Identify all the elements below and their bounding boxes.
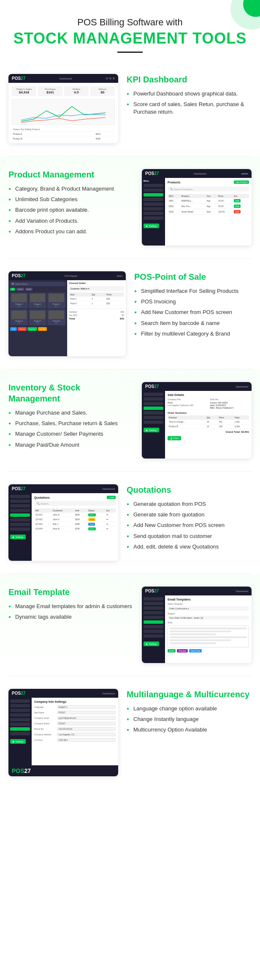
send-test-btn[interactable]: Send Test xyxy=(189,649,202,652)
company-input[interactable]: POS27 xyxy=(57,722,116,725)
order-row: Time to change... 15 451 1,261 xyxy=(168,420,249,424)
brand-footer: POS27 xyxy=(8,765,118,776)
mock-logo: POS27 xyxy=(12,691,25,696)
customer-select[interactable]: Customer: Walk-in ▾ xyxy=(69,286,125,291)
company-info: Company Info PIGO Los Angeles California… xyxy=(168,398,207,409)
pos-product[interactable]: Product 2 $15 xyxy=(29,292,46,308)
category-drink[interactable]: Drink xyxy=(25,288,32,291)
search-placeholder: 🔍 Search items... xyxy=(12,283,29,285)
cell-cat: Elec xyxy=(206,209,217,215)
email-actions: Save Preview Send Test xyxy=(168,649,249,652)
quotations-layout: ▶ Selling Quotations + Add 🔍 Search... R… xyxy=(8,493,118,561)
email-template-dropdown[interactable]: Order Confirmation ▾ xyxy=(168,606,249,611)
setting-language: Language English ▾ xyxy=(34,705,116,709)
mock-nav xyxy=(106,77,115,79)
cell-action: Edit xyxy=(233,204,249,209)
col-item: Item xyxy=(69,292,91,297)
sidebar-item xyxy=(144,616,163,619)
print-btn[interactable]: 🖨 Print xyxy=(168,436,181,440)
pos-product[interactable]: Product 1 $10 xyxy=(10,292,28,308)
col-qty: Qty xyxy=(206,415,218,420)
tax-row: Tax (5%) $2 xyxy=(69,314,125,317)
edit-btn[interactable]: Edit xyxy=(234,210,241,213)
sidebar-item xyxy=(144,397,163,401)
hold-btn[interactable]: Hold xyxy=(10,327,17,331)
quot-search[interactable]: 🔍 Search... xyxy=(34,501,116,506)
appname-input[interactable]: POS27 xyxy=(57,711,116,714)
pos-product[interactable]: Product 5 $12 xyxy=(29,309,46,325)
invoice-btn[interactable]: Invoice xyxy=(38,327,47,331)
kpi-mini-table: Today's Top Selling Products Product A $… xyxy=(12,127,115,140)
amount-cell: $180 xyxy=(74,522,87,527)
category-food[interactable]: Food xyxy=(16,288,24,291)
body-line xyxy=(170,631,231,632)
mock-header: POS27 Dashboard xyxy=(8,74,118,83)
mock-dashboard-label: Dashboard xyxy=(236,385,248,388)
email-body[interactable] xyxy=(168,625,249,647)
kpi-mock-screenshot: POS27 Dashboard Today's Sales $4,918 Pur… xyxy=(8,74,118,143)
order-summary-heading: Order Summary xyxy=(168,412,249,414)
sidebar-item xyxy=(144,202,163,206)
sidebar-item xyxy=(10,704,30,707)
pos-product[interactable]: Product 6 $18 xyxy=(47,309,65,325)
edit-btn[interactable]: Edit xyxy=(234,205,241,208)
inventory-feature-text: Inventory & Stock Management Manage Purc… xyxy=(8,382,133,452)
amount-cell: $450 xyxy=(74,513,87,517)
lang-input[interactable]: English ▾ xyxy=(57,705,116,709)
quotations-feature-title: Quotations xyxy=(127,484,252,495)
sidebar-item xyxy=(144,198,163,201)
email-templates-heading: Email Templates xyxy=(168,598,249,601)
cancel-btn[interactable]: Cancel xyxy=(18,327,26,331)
body-line xyxy=(170,633,216,635)
email-input[interactable]: pos27@gmail.com xyxy=(57,716,116,720)
save-template-btn[interactable]: Save xyxy=(168,649,176,652)
table-row: 0001 BABRIELL... App 15.00 Edit xyxy=(168,198,249,204)
sidebar-item xyxy=(144,402,163,405)
kpi-value: $4,918 xyxy=(14,90,35,94)
customer-cell: Alice B. xyxy=(51,527,74,531)
phone-label: Phone No xyxy=(34,728,55,730)
inventory-layout: ▶ Selling Sale Details Company Info PIGO… xyxy=(142,391,252,459)
status-badge: Pend xyxy=(88,518,95,521)
feature-item: Change Instantly language xyxy=(127,715,252,723)
add-quotation-btn[interactable]: + Add xyxy=(107,496,116,499)
quotations-table: Ref Customer Amt Status Act QT-001 John … xyxy=(34,508,116,531)
payment-btn[interactable]: Payment xyxy=(27,327,38,331)
order-row: Prod 3 1 $20 xyxy=(69,301,125,306)
kpi-card-return: Return $0 xyxy=(90,86,115,96)
col-sku: SKU xyxy=(168,194,180,198)
mock-pos-label: POS Register xyxy=(65,275,78,277)
phone-input[interactable]: 01XXXXXXXX xyxy=(57,727,116,731)
pos-product[interactable]: Product 4 $8 xyxy=(10,309,28,325)
feature-item: Addons Product you can add. xyxy=(8,228,133,235)
currency-label: Currency xyxy=(34,739,55,741)
sidebar-item xyxy=(144,602,163,605)
mock-selling-btn: ▶ Selling xyxy=(144,428,159,432)
edit-btn[interactable]: Edit xyxy=(234,199,241,202)
sidebar-item xyxy=(144,188,163,192)
mock-sidebar: Menu ▶ Selling xyxy=(142,178,165,246)
mock-logo: POS27 xyxy=(12,486,25,491)
feature-item: Search Item by barcode & name xyxy=(134,319,252,327)
pos-search[interactable]: 🔍 Search items... xyxy=(10,282,65,286)
subject-input[interactable]: Your Order Confirmation - {order_id} xyxy=(168,616,249,620)
pos-product[interactable]: Product 3 $20 xyxy=(47,292,65,308)
body-line xyxy=(170,642,216,644)
email-label: Company email xyxy=(34,717,55,719)
order-summary-table: Product Qty Price Total Time to change..… xyxy=(168,415,249,429)
currency-input[interactable]: USD ($) ▾ xyxy=(57,738,116,742)
order-row: Prod 1 2 $20 xyxy=(69,297,125,301)
feature-item: Purchase, Sales, Purchase return & Sales xyxy=(8,420,133,427)
order-row: Product B 10 230 2,300 xyxy=(168,424,249,429)
category-all[interactable]: All xyxy=(10,288,15,291)
product-search[interactable]: 🔍 Search Products... xyxy=(168,186,249,191)
add-product-btn[interactable]: Add Product xyxy=(234,180,249,184)
address-input[interactable]: Los Angeles, CA xyxy=(57,733,116,736)
preview-btn[interactable]: Preview xyxy=(177,649,188,652)
action-cell: ••• xyxy=(105,517,116,522)
products-heading: Products xyxy=(168,181,180,184)
mock-sidebar: ▶ Selling xyxy=(142,391,165,459)
pos-feature-list: Simplified Interface For Selling Product… xyxy=(134,287,252,338)
sidebar-item xyxy=(10,509,30,512)
email-feature-text: Email Template Manage Email templates fo… xyxy=(8,587,133,624)
